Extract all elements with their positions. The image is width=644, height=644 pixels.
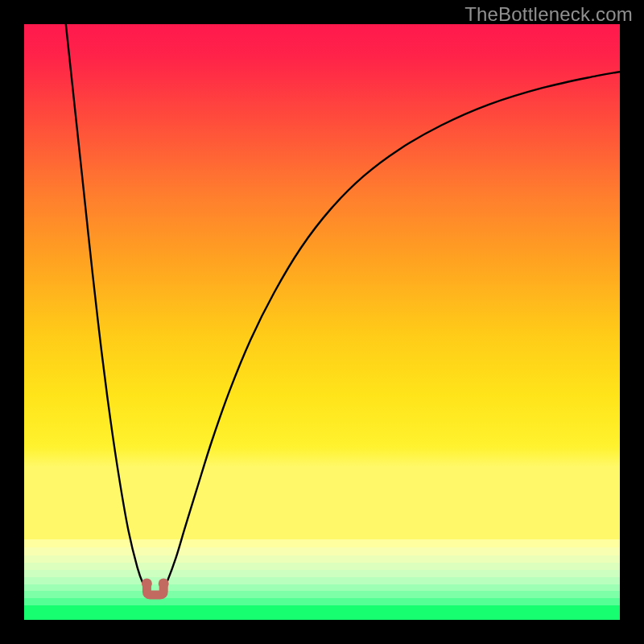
chart-root: TheBottleneck.com xyxy=(0,0,644,644)
curve-layer-svg xyxy=(24,24,620,620)
bottleneck-curve xyxy=(66,24,620,594)
minimum-dot-0 xyxy=(142,578,152,588)
minimum-dot-1 xyxy=(159,578,169,588)
watermark-text: TheBottleneck.com xyxy=(464,3,633,26)
plot-area xyxy=(24,24,620,620)
minimum-marker-icon xyxy=(142,578,169,595)
